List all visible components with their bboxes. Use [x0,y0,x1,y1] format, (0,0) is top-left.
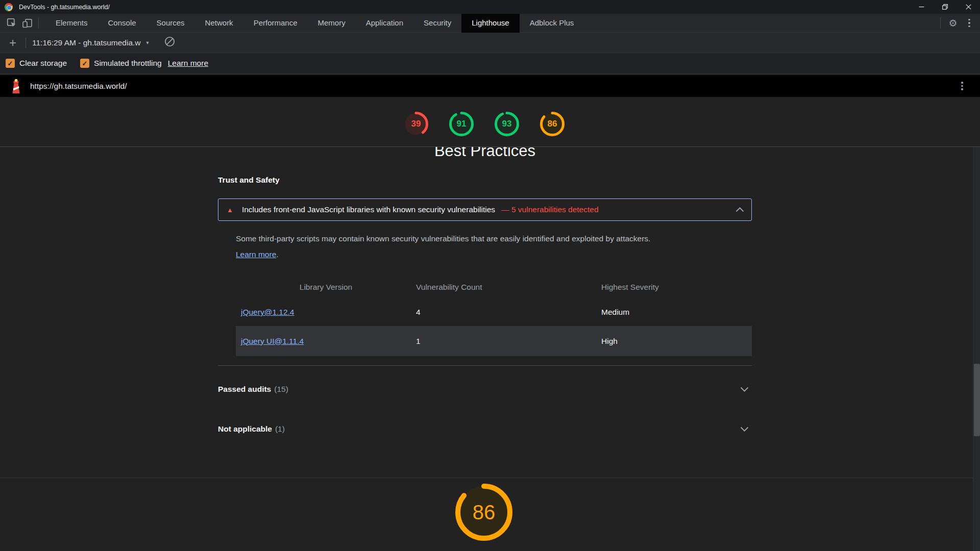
tab-lighthouse[interactable]: Lighthouse [461,14,519,33]
tab-security[interactable]: Security [413,14,461,33]
table-header-row: Library Version Vulnerability Count High… [236,276,752,298]
passed-audits-label: Passed audits [218,385,271,394]
device-toolbar-icon [22,18,33,29]
audit-description: Some third-party scripts may contain kno… [236,231,746,262]
score-gauge[interactable]: 86 [540,112,565,136]
tab-application[interactable]: Application [356,14,413,33]
inspect-element-button[interactable] [4,15,19,31]
vulnerability-count: 1 [416,337,601,346]
simulated-throttling-checkbox[interactable]: ✓ [80,59,89,68]
report-url-bar: https://gh.tatsumedia.world/ [0,75,980,97]
score-gauges: 39919386 [404,112,565,136]
throttling-learn-more-link[interactable]: Learn more [168,59,208,68]
col-highest-severity: Highest Severity [601,283,752,292]
audit-learn-more-link[interactable]: Learn more [236,250,276,259]
section-title: Trust and Safety [218,176,280,185]
col-library-version: Library Version [236,283,416,292]
audit-vulnerable-libraries[interactable]: ▲ Includes front-end JavaScript librarie… [218,198,752,221]
col-vulnerability-count: Vulnerability Count [416,283,601,292]
clear-storage-label: Clear storage [19,59,67,68]
audit-learn-more-line: Learn more. [236,246,746,262]
highest-severity: Medium [601,308,752,317]
vulnerability-table: Library Version Vulnerability Count High… [236,276,752,356]
tab-memory[interactable]: Memory [308,14,356,33]
score-gauge[interactable]: 86 [455,484,512,541]
tab-adblock-plus[interactable]: Adblock Plus [520,14,584,33]
toolbar-separator [38,17,39,29]
score-gauge[interactable]: 91 [449,112,474,136]
warning-triangle-icon: ▲ [227,206,233,214]
chevron-down-icon: ▼ [145,40,150,45]
lighthouse-icon [10,79,22,93]
window-title: DevTools - gh.tatsumedia.world/ [19,4,110,11]
library-link[interactable]: jQuery UI@1.11.4 [241,337,304,345]
table-row: jQuery UI@1.11.41High [236,326,752,356]
close-button[interactable] [957,0,980,14]
passed-audits-toggle[interactable]: Passed audits (15) [218,379,752,399]
chevron-down-icon [740,387,749,392]
tab-sources[interactable]: Sources [146,14,195,33]
audit-learn-more-suffix: . [276,250,278,259]
close-icon [966,4,971,10]
audit-description-text: Some third-party scripts may contain kno… [236,231,746,246]
lighthouse-toolbar: + 11:16:29 AM - gh.tatsumedia.w ▼ [0,33,980,53]
vertical-scrollbar[interactable] [973,97,980,551]
tab-bar-right: ⚙ [937,14,980,33]
minimize-icon [919,4,924,10]
passed-audits-count: (15) [274,385,288,394]
title-bar: DevTools - gh.tatsumedia.world/ [0,0,980,14]
chevron-up-icon [736,207,744,212]
clear-reports-button[interactable] [164,36,176,49]
footer-divider [0,478,973,478]
devtools-tab-bar: ElementsConsoleSourcesNetworkPerformance… [0,14,980,33]
restore-button[interactable] [933,0,957,14]
tab-elements[interactable]: Elements [45,14,98,33]
audit-title: Includes front-end JavaScript libraries … [242,205,495,214]
tab-console[interactable]: Console [98,14,146,33]
table-row: jQuery@1.12.44Medium [236,298,752,326]
block-icon [164,36,176,47]
score-gauge[interactable]: 93 [495,112,519,136]
sticky-score-header: 39919386 [0,97,980,147]
table-body: jQuery@1.12.44MediumjQuery UI@1.11.41Hig… [236,298,752,356]
restore-icon [942,4,948,10]
scrollbar-thumb[interactable] [974,364,980,436]
score-gauge[interactable]: 39 [404,112,428,136]
chevron-down-icon [740,427,749,432]
vulnerability-count: 4 [416,308,601,317]
report-timestamp-select[interactable]: 11:16:29 AM - gh.tatsumedia.w [32,38,141,47]
library-link[interactable]: jQuery@1.12.4 [241,308,294,316]
device-toolbar-button[interactable] [19,15,35,31]
footer-gauge: 86 [455,484,512,543]
inspect-cursor-icon [7,18,17,28]
devtools-window: DevTools - gh.tatsumedia.world/ [0,0,980,551]
minimize-button[interactable] [910,0,933,14]
highest-severity: High [601,337,752,346]
new-report-button[interactable]: + [6,36,19,50]
chrome-logo-icon [5,3,13,11]
more-options-icon[interactable] [962,19,977,28]
lighthouse-options-bar: ✓ Clear storage ✓ Simulated throttling L… [0,53,980,74]
report-url: https://gh.tatsumedia.world/ [30,82,127,91]
tab-network[interactable]: Network [195,14,243,33]
tab-performance[interactable]: Performance [243,14,308,33]
not-applicable-count: (1) [275,424,285,434]
audit-fail-badge: — 5 vulnerabilities detected [501,205,598,214]
toolbar-separator [26,37,26,48]
window-controls [910,0,980,14]
clear-storage-checkbox[interactable]: ✓ [6,59,15,68]
devtools-tabs: ElementsConsoleSourcesNetworkPerformance… [45,14,584,33]
settings-gear-icon[interactable]: ⚙ [944,17,962,29]
lighthouse-report: Best Practices 39919386 Trust and Safety… [0,97,980,551]
not-applicable-toggle[interactable]: Not applicable (1) [218,419,752,439]
toolbar-separator [940,17,941,29]
simulated-throttling-label: Simulated throttling [94,59,162,68]
not-applicable-label: Not applicable [218,424,272,434]
section-divider [218,365,752,366]
report-more-options-icon[interactable] [954,82,970,90]
